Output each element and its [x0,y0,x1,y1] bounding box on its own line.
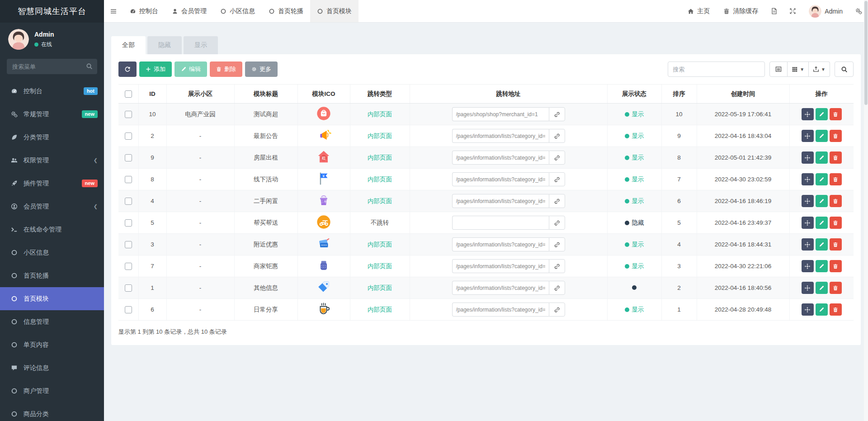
sidebar-item-permission[interactable]: 权限管理❮ [0,149,104,172]
cell-jump-type[interactable]: 内部页面 [368,284,392,291]
topnav-dashboard[interactable]: 控制台 [123,0,165,22]
cell-jump-type[interactable]: 内部页面 [368,154,392,161]
jump-url-input[interactable] [452,259,549,273]
filter-tab-0[interactable]: 全部 [111,36,146,54]
row-drag-button[interactable] [802,108,814,120]
status-badge[interactable]: 显示 [625,154,644,162]
columns-button[interactable]: ▼ [788,61,809,77]
row-drag-button[interactable] [802,282,814,294]
sidebar-item-members[interactable]: 会员管理❮ [0,195,104,218]
row-edit-button[interactable] [816,217,828,229]
add-button[interactable]: 添加 [139,61,172,77]
link-button[interactable] [549,216,565,230]
status-badge[interactable]: 显示 [625,110,644,118]
search-button[interactable] [835,61,854,77]
home-button[interactable]: 主页 [681,0,717,22]
row-edit-button[interactable] [816,260,828,272]
cell-jump-type[interactable]: 内部页面 [368,241,392,248]
row-checkbox[interactable] [125,263,132,270]
status-badge[interactable]: 显示 [625,197,644,205]
row-delete-button[interactable] [830,217,842,229]
row-checkbox[interactable] [125,198,132,205]
cell-jump-type[interactable]: 内部页面 [368,111,392,118]
jump-url-input[interactable] [452,237,549,251]
jump-url-input[interactable] [452,172,549,186]
topnav-home-carousel[interactable]: 首页轮播 [262,0,310,22]
status-badge[interactable]: 显示 [625,306,644,314]
refresh-button[interactable] [118,61,137,77]
status-badge[interactable]: 显示 [625,262,644,270]
row-checkbox[interactable] [125,241,132,248]
row-delete-button[interactable] [830,282,842,294]
row-delete-button[interactable] [830,238,842,251]
delete-button[interactable]: 删除 [210,61,242,77]
cell-jump-type[interactable]: 内部页面 [368,263,392,270]
scrollbar[interactable] [864,0,868,421]
sidebar-item-category[interactable]: 分类管理 [0,126,104,149]
detail-view-button[interactable] [769,61,788,77]
topnav-home-modules[interactable]: 首页模块 [310,0,359,22]
sidebar-item-plugins[interactable]: 插件管理new [0,172,104,195]
row-drag-button[interactable] [802,217,814,229]
row-delete-button[interactable] [830,303,842,316]
jump-url-input[interactable] [452,194,549,208]
sidebar-item-general[interactable]: 常规管理new [0,103,104,126]
row-drag-button[interactable] [802,151,814,164]
link-button[interactable] [549,172,565,186]
jump-url-input[interactable] [452,281,549,295]
sidebar-item-goods-category[interactable]: 商品分类 [0,402,104,421]
link-button[interactable] [549,151,565,165]
link-button[interactable] [549,237,565,251]
sidebar-item-online-command[interactable]: 在线命令管理 [0,218,104,241]
row-drag-button[interactable] [802,195,814,207]
clear-cache-button[interactable]: 清除缓存 [717,0,765,22]
cell-jump-type[interactable]: 内部页面 [368,198,392,204]
row-checkbox[interactable] [125,306,132,313]
row-checkbox[interactable] [125,132,132,140]
user-menu[interactable]: Admin [802,0,849,22]
row-drag-button[interactable] [802,173,814,185]
link-button[interactable] [549,107,565,121]
link-button[interactable] [549,303,565,317]
status-badge[interactable] [632,285,637,290]
row-checkbox[interactable] [125,284,132,292]
edit-button[interactable]: 编辑 [175,61,207,77]
status-badge[interactable]: 显示 [625,132,644,140]
menu-search-input[interactable] [7,59,97,74]
link-button[interactable] [549,194,565,208]
row-checkbox[interactable] [125,154,132,161]
row-edit-button[interactable] [816,238,828,251]
status-badge[interactable]: 隐藏 [625,219,644,227]
topnav-community-info[interactable]: 小区信息 [213,0,262,22]
row-checkbox[interactable] [125,219,132,227]
row-delete-button[interactable] [830,130,842,142]
hamburger-button[interactable] [104,0,123,22]
row-delete-button[interactable] [830,195,842,207]
cell-jump-type[interactable]: 内部页面 [368,306,392,313]
sidebar-item-info-manage[interactable]: 信息管理 [0,310,104,333]
scrollbar-thumb[interactable] [864,1,868,105]
row-delete-button[interactable] [830,260,842,272]
topnav-members[interactable]: 会员管理 [165,0,213,22]
sidebar-item-home-modules[interactable]: 首页模块 [0,287,104,310]
fullscreen-button[interactable] [783,0,802,22]
table-search-input[interactable] [668,61,765,77]
row-delete-button[interactable] [830,151,842,164]
jump-url-input[interactable] [452,303,549,317]
row-edit-button[interactable] [816,303,828,316]
link-button[interactable] [549,281,565,295]
jump-url-input[interactable] [452,216,549,230]
sidebar-item-community-info[interactable]: 小区信息 [0,241,104,264]
cell-jump-type[interactable]: 内部页面 [368,176,392,183]
filter-tab-2[interactable]: 显示 [184,36,218,54]
row-edit-button[interactable] [816,130,828,142]
status-badge[interactable]: 显示 [625,175,644,184]
cell-jump-type[interactable]: 内部页面 [368,132,392,139]
jump-url-input[interactable] [452,129,549,143]
row-edit-button[interactable] [816,173,828,185]
select-all-checkbox[interactable] [125,90,132,98]
sidebar-item-dashboard[interactable]: 控制台hot [0,80,104,103]
export-button[interactable]: ▼ [809,61,830,77]
sidebar-item-home-carousel[interactable]: 首页轮播 [0,264,104,287]
link-button[interactable] [549,129,565,143]
